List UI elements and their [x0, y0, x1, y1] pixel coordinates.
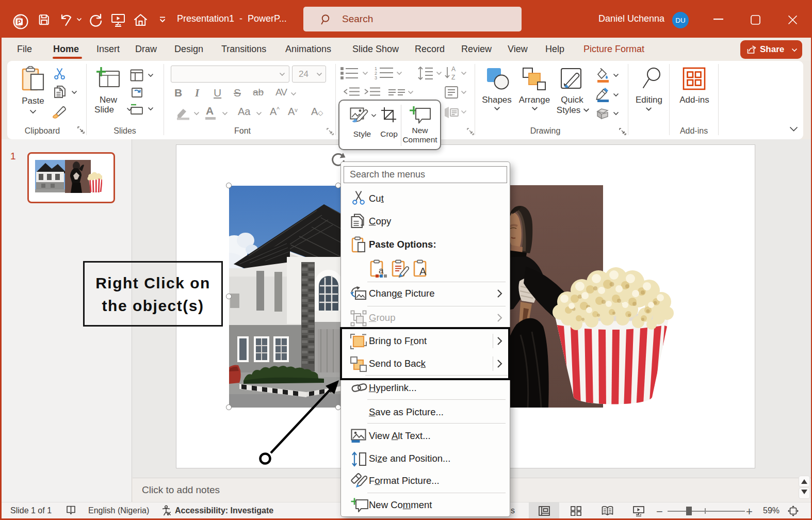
svg-text:3: 3	[375, 75, 377, 80]
svg-text:P: P	[17, 19, 21, 26]
svg-text:A: A	[451, 66, 456, 73]
svg-text:A: A	[419, 266, 427, 277]
svg-text:a: a	[379, 266, 384, 275]
svg-text:Z: Z	[451, 74, 455, 81]
